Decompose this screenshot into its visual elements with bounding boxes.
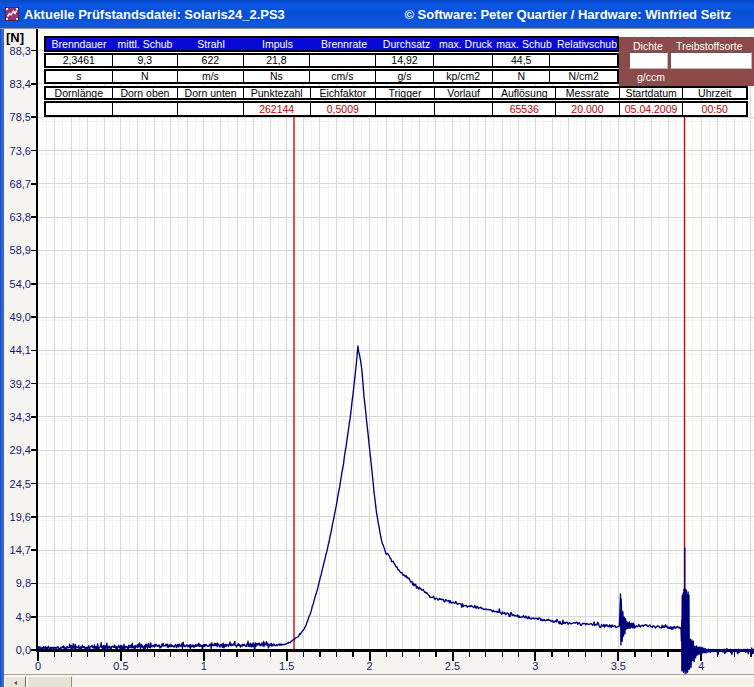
svg-text:68,7: 68,7 — [10, 178, 31, 190]
svg-text:78,5: 78,5 — [10, 111, 31, 123]
svg-text:19,6: 19,6 — [10, 511, 31, 523]
svg-text:73,6: 73,6 — [10, 145, 31, 157]
svg-text:3.5: 3.5 — [611, 660, 626, 672]
svg-text:14,7: 14,7 — [10, 544, 31, 556]
svg-text:54,0: 54,0 — [10, 278, 31, 290]
svg-text:24,5: 24,5 — [10, 478, 31, 490]
svg-text:63,8: 63,8 — [10, 211, 31, 223]
svg-text:9,8: 9,8 — [16, 577, 31, 589]
svg-text:39,2: 39,2 — [10, 378, 31, 390]
svg-text:1: 1 — [201, 660, 207, 672]
svg-text:0: 0 — [35, 660, 41, 672]
svg-text:58,9: 58,9 — [10, 244, 31, 256]
svg-text:2.5: 2.5 — [445, 660, 460, 672]
svg-text:88,3: 88,3 — [10, 45, 31, 57]
svg-text:49,0: 49,0 — [10, 311, 31, 323]
svg-text:2: 2 — [367, 660, 373, 672]
svg-text:4: 4 — [698, 660, 704, 672]
svg-text:1.5: 1.5 — [279, 660, 294, 672]
svg-text:0,0: 0,0 — [16, 644, 31, 656]
svg-text:0.5: 0.5 — [113, 660, 128, 672]
svg-text:29,4: 29,4 — [10, 444, 31, 456]
svg-text:3: 3 — [532, 660, 538, 672]
svg-text:4,9: 4,9 — [16, 611, 31, 623]
svg-text:44,1: 44,1 — [10, 344, 31, 356]
svg-text:34,3: 34,3 — [10, 411, 31, 423]
svg-text:83,4: 83,4 — [10, 78, 31, 90]
